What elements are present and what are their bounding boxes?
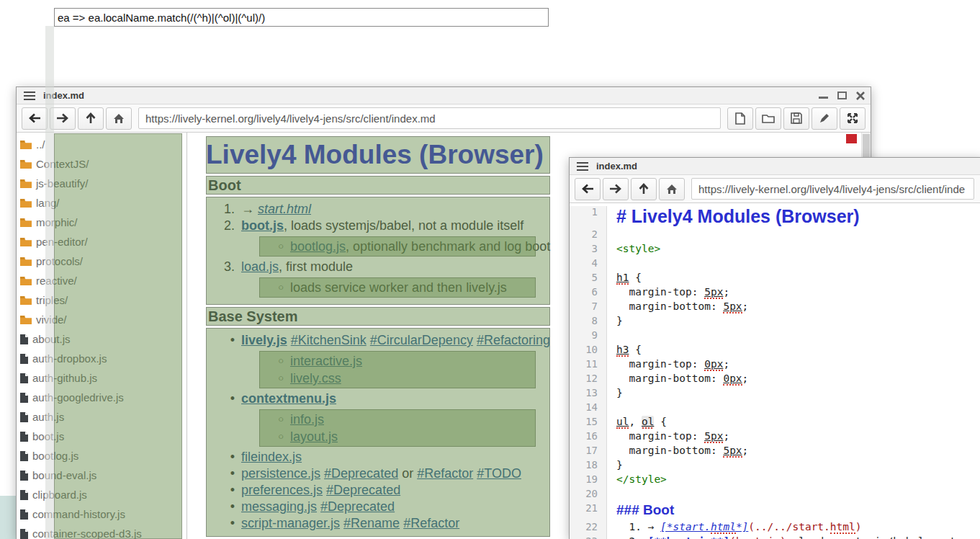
tree-item-folder[interactable]: morphic/: [17, 213, 186, 232]
code-token: {: [654, 416, 666, 427]
forward-button[interactable]: [50, 107, 76, 130]
line-number: 1: [570, 206, 607, 228]
code-line: 10h3 {: [570, 344, 980, 358]
list-marker: ○: [259, 370, 284, 387]
right-url-input[interactable]: [691, 178, 974, 200]
file-icon: [19, 373, 29, 384]
md-link[interactable]: layout.js: [290, 429, 338, 444]
code-token: }: [616, 315, 623, 326]
maximize-icon[interactable]: [837, 92, 847, 99]
line-number: 4: [570, 257, 607, 272]
save-button[interactable]: [783, 107, 809, 130]
tree-item-folder[interactable]: vivide/: [17, 310, 186, 329]
line-number: 10: [570, 344, 607, 358]
list-marker: ○: [259, 352, 284, 370]
md-link[interactable]: #Refactor: [403, 516, 459, 530]
close-icon[interactable]: [856, 92, 865, 100]
md-link[interactable]: #Deprecated: [326, 483, 400, 497]
back-button[interactable]: [575, 178, 601, 200]
window-menu-icon[interactable]: [24, 92, 35, 100]
home-button[interactable]: [106, 107, 132, 130]
md-link[interactable]: info.js: [290, 412, 324, 427]
tree-item-folder[interactable]: ../: [17, 135, 186, 154]
md-link[interactable]: #Refactor: [417, 466, 473, 481]
md-link[interactable]: contextmenu.js: [241, 391, 336, 406]
md-link[interactable]: script-manager.js: [241, 516, 340, 530]
window-menu-icon[interactable]: [577, 162, 588, 171]
list-item: ○interactive.js: [259, 352, 536, 370]
tree-item-folder[interactable]: lang/: [17, 193, 186, 213]
md-link[interactable]: fileindex.js: [241, 450, 302, 464]
tree-item-file[interactable]: boot.js: [17, 427, 186, 446]
expand-button[interactable]: [840, 107, 866, 130]
tree-item-file[interactable]: about.js: [17, 329, 186, 349]
tree-item-folder[interactable]: triples/: [17, 290, 186, 310]
md-link[interactable]: #Refactoring: [477, 333, 550, 347]
left-window-titlebar[interactable]: index.md: [17, 87, 871, 104]
code-token: </style>: [616, 473, 667, 485]
folder-icon: [19, 276, 32, 286]
md-link[interactable]: interactive.js: [290, 354, 362, 368]
code-line: 17 margin-bottom: 5px;: [570, 445, 980, 459]
tree-item-file[interactable]: auth.js: [17, 407, 186, 427]
md-link[interactable]: #Deprecated: [324, 466, 398, 481]
minimize-icon[interactable]: [819, 92, 828, 99]
nested-list: ul○info.js○layout.js: [259, 409, 536, 447]
new-file-button[interactable]: [727, 107, 753, 130]
tree-item-file[interactable]: container-scoped-d3.js: [17, 524, 186, 539]
tree-item-file[interactable]: auth-googledrive.js: [17, 388, 186, 407]
md-link[interactable]: bootlog.js: [290, 239, 346, 254]
md-text: , first module: [279, 259, 353, 274]
tree-item-file[interactable]: command-history.js: [17, 504, 186, 524]
open-folder-button[interactable]: [755, 107, 781, 130]
left-window-title: index.md: [43, 90, 84, 101]
code-token: 5px: [723, 300, 742, 313]
home-button[interactable]: [659, 178, 685, 200]
code-line: 18}: [570, 459, 980, 473]
tree-item-folder[interactable]: protocols/: [17, 251, 186, 271]
up-button[interactable]: [78, 107, 104, 130]
left-url-input[interactable]: [138, 107, 721, 129]
up-button[interactable]: [631, 178, 657, 200]
tree-item-folder[interactable]: js-beautify/: [17, 174, 186, 193]
line-number: 3: [570, 243, 607, 257]
md-link[interactable]: #Deprecated: [320, 499, 395, 514]
md-link[interactable]: lively.css: [290, 371, 341, 386]
tree-item-label: vivide/: [36, 313, 67, 326]
tree-item-folder[interactable]: ContextJS/: [17, 154, 186, 174]
md-link[interactable]: load.js: [241, 259, 279, 274]
line-number: 6: [570, 286, 607, 300]
tree-item-file[interactable]: clipboard.js: [17, 485, 186, 504]
tree-item-file[interactable]: bound-eval.js: [17, 466, 186, 485]
tree-item-folder[interactable]: reactive/: [17, 271, 186, 290]
md-link[interactable]: persistence.js: [241, 466, 320, 481]
code-token: margin-top:: [616, 430, 704, 442]
code-line: 22 1. → [*start.html*](../../start.html): [570, 521, 980, 535]
code-line: 21### Boot: [570, 502, 980, 521]
tree-item-label: auth-dropbox.js: [32, 352, 107, 365]
tree-item-file[interactable]: auth-dropbox.js: [17, 349, 186, 368]
tree-item-folder[interactable]: pen-editor/: [17, 232, 186, 251]
forward-button[interactable]: [603, 178, 629, 200]
md-link[interactable]: #Rename: [343, 516, 400, 530]
md-link[interactable]: start.html: [258, 202, 311, 216]
file-icon: [19, 411, 29, 423]
md-link[interactable]: lively.js: [241, 333, 287, 347]
md-link[interactable]: #TODO: [477, 466, 521, 481]
md-link[interactable]: #CircularDepency: [370, 333, 473, 347]
tree-item-file[interactable]: bootlog.js: [17, 446, 186, 466]
element-filter-input[interactable]: [54, 8, 549, 27]
md-link[interactable]: messaging.js: [241, 499, 317, 514]
md-link[interactable]: boot.js: [241, 218, 284, 233]
edit-button[interactable]: [812, 107, 837, 130]
list-marker: ○: [259, 428, 284, 445]
line-number: 9: [570, 329, 607, 344]
back-button[interactable]: [22, 107, 48, 130]
line-number: 7: [570, 300, 607, 315]
md-link[interactable]: preferences.js: [241, 483, 323, 497]
source-code-editor[interactable]: 1# Lively4 Modules (Browser)23<style>45h…: [570, 203, 980, 539]
tree-item-file[interactable]: auth-github.js: [17, 368, 186, 388]
right-window-titlebar[interactable]: index.md: [570, 158, 980, 175]
md-link[interactable]: #KitchenSink: [291, 333, 367, 347]
line-number: 20: [570, 488, 607, 502]
